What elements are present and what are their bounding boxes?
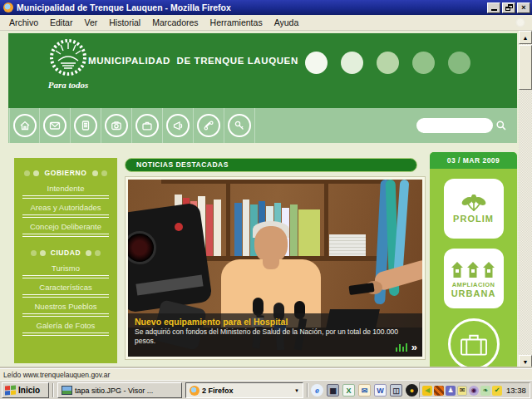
megaphone-icon (166, 114, 190, 137)
photo-book (206, 204, 213, 256)
menu-marcadores[interactable]: Marcadores (146, 16, 204, 29)
sidebar-item-areas-y-autoridades[interactable]: Areas y Autoridades (14, 199, 117, 212)
menu-ayuda[interactable]: Ayuda (268, 16, 305, 29)
sidebar-item-galeria-de-fotos[interactable]: Galería de Fotos (14, 317, 117, 330)
ampliacion-urbana-widget[interactable]: AMPLIACION URBANA (444, 249, 504, 308)
photo-paper-stack (329, 234, 366, 256)
windows-logo-icon (5, 385, 16, 396)
main-area: GOBIERNO Intendente Areas y Autoridades … (0, 143, 519, 368)
news-section-header: NOTICIAS DESTACADAS (125, 158, 417, 172)
nav-phone-button[interactable] (194, 108, 224, 143)
dot-icon (86, 250, 91, 256)
suitcase-large-icon (458, 332, 490, 357)
status-bar: Leído www.trenquelauquen.gov.ar (0, 368, 532, 380)
photo-book (290, 204, 298, 256)
app-icon[interactable]: ◫ (390, 384, 402, 397)
app-icon[interactable]: ▦ (327, 384, 339, 397)
mail-tray-icon[interactable]: ✉ (457, 386, 467, 396)
section-ciudad-header: CIUDAD (14, 249, 117, 257)
services-circle-widget[interactable] (448, 318, 500, 370)
menu-historial[interactable]: Historial (103, 16, 146, 29)
nav-contact-button[interactable] (40, 108, 71, 143)
photo-book (243, 200, 249, 256)
sidebar-item-intendente[interactable]: Intendente (14, 180, 117, 193)
photo-man-neck (263, 259, 279, 269)
scroll-up-button[interactable]: ▲ (519, 31, 532, 44)
photo-man-head (254, 226, 288, 263)
word-icon[interactable]: W (374, 384, 387, 397)
vertical-scrollbar[interactable]: ▲ ▼ (519, 31, 532, 368)
key-icon (228, 114, 251, 137)
browser-viewport: Para todos MUNICIPALIDAD DE TRENQUE LAUQ… (0, 31, 532, 368)
dot-icon (101, 170, 107, 176)
next-slide-button[interactable]: » (411, 343, 417, 352)
update-tray-icon[interactable]: ◉ (469, 386, 479, 396)
antivirus-tray-icon[interactable]: ✔ (492, 386, 502, 396)
media-player-icon[interactable]: ● (406, 384, 418, 397)
internet-explorer-icon[interactable]: e (311, 384, 323, 397)
slideshow-controls: » (396, 343, 417, 352)
document-icon (74, 114, 97, 137)
dot-icon (31, 250, 37, 256)
nav-documents-button[interactable] (71, 108, 101, 143)
display-tray-icon[interactable] (434, 386, 444, 396)
task-firefox-group[interactable]: 2 Firefox ▼ (185, 382, 303, 398)
window-titlebar[interactable]: Municipalidad de Trenque Lauquen - Mozil… (0, 0, 532, 15)
nav-press-button[interactable] (163, 108, 194, 143)
firefox-task-icon (190, 386, 200, 396)
menu-bar: Archivo Editar Ver Historial Marcadores … (0, 15, 532, 31)
section-title: GOBIERNO (42, 169, 88, 177)
eq-bar (399, 344, 401, 352)
news-photo[interactable]: Nuevo equipamiento para el Hospital Se a… (128, 180, 422, 357)
slogan-text: Para todos (33, 80, 103, 90)
excel-icon[interactable]: X (342, 384, 355, 397)
volume-tray-icon[interactable]: ◀ (422, 386, 432, 396)
taskbar-divider (52, 383, 54, 397)
outlook-icon[interactable]: ✉ (358, 384, 371, 397)
search-icon[interactable] (495, 120, 507, 131)
eq-bar (406, 343, 407, 352)
quick-launch-bar: e ▦ X ✉ W ◫ ● (311, 384, 434, 397)
right-sidebar: 03 / MAR 2009 PROLIM (430, 152, 517, 368)
start-button[interactable]: Inicio (2, 382, 49, 398)
houses-icon (450, 259, 498, 279)
task-image-viewer[interactable]: tapa sitio.JPG - Visor ... (57, 382, 182, 398)
left-sidebar: GOBIERNO Intendente Areas y Autoridades … (14, 158, 117, 363)
messenger-tray-icon[interactable]: ♟ (446, 386, 456, 396)
close-button[interactable]: × (517, 2, 530, 13)
task-group-dropdown-icon[interactable]: ▼ (294, 388, 299, 393)
site-icon-toolbar (8, 108, 517, 143)
circle-5 (448, 52, 470, 74)
scroll-down-button[interactable]: ▼ (519, 355, 532, 368)
sidebar-item-turismo[interactable]: Turismo (14, 259, 117, 273)
sidebar-item-concejo-deliberante[interactable]: Concejo Deliberante (14, 218, 117, 231)
menu-ver[interactable]: Ver (78, 16, 103, 29)
nav-services-button[interactable] (132, 108, 163, 143)
firefox-window: Municipalidad de Trenque Lauquen - Mozil… (0, 0, 532, 399)
sidebar-item-nuestros-pueblos[interactable]: Nuestros Pueblos (14, 298, 117, 311)
menu-herramientas[interactable]: Herramientas (204, 16, 268, 29)
network-tray-icon[interactable]: ❧ (480, 386, 490, 396)
taskbar-divider (307, 383, 308, 397)
section-gobierno-header: GOBIERNO (14, 169, 117, 177)
circle-1 (305, 52, 328, 74)
eq-bar (402, 347, 404, 352)
minimize-button[interactable] (487, 2, 500, 13)
scroll-thumb[interactable] (519, 45, 532, 90)
prolim-widget[interactable]: PROLIM (444, 179, 504, 239)
news-photo-frame: Nuevo equipamiento para el Hospital Se a… (125, 176, 426, 360)
restore-button[interactable] (502, 2, 515, 13)
search-input[interactable] (416, 118, 493, 133)
firefox-app-icon (3, 2, 13, 12)
sidebar-item-caracteristicas[interactable]: Características (14, 278, 117, 292)
nav-gallery-button[interactable] (101, 108, 132, 143)
nav-home-button[interactable] (9, 108, 40, 143)
menu-editar[interactable]: Editar (44, 16, 78, 29)
urbana-label-top: AMPLIACION (452, 281, 495, 288)
news-caption-overlay: Nuevo equipamiento para el Hospital Se a… (128, 313, 422, 357)
mail-icon (43, 114, 66, 137)
photo-shelf (324, 180, 328, 261)
news-headline[interactable]: Nuevo equipamiento para el Hospital (135, 317, 416, 327)
menu-archivo[interactable]: Archivo (3, 16, 44, 29)
nav-search-button[interactable] (224, 108, 255, 143)
